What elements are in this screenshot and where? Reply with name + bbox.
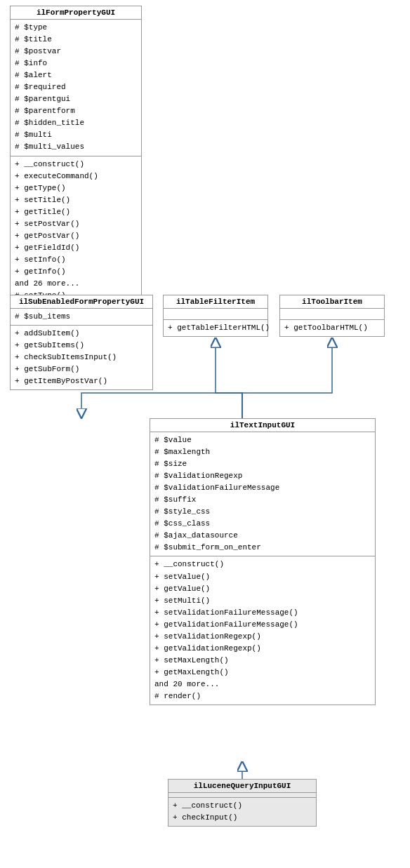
ilToolbarItem-fields — [280, 309, 384, 320]
ilLuceneQueryInputGUI-box: ilLuceneQueryInputGUI + __construct() + … — [168, 779, 317, 827]
ilToolbarItem-methods: + getToolbarHTML() — [280, 320, 384, 336]
ilTextInputGUI-box: ilTextInputGUI # $value # $maxlength # $… — [150, 418, 376, 705]
ilLuceneQueryInputGUI-title: ilLuceneQueryInputGUI — [168, 780, 316, 793]
ilLuceneQueryInputGUI-methods: + __construct() + checkInput() — [168, 798, 316, 826]
ilToolbarItem-title: ilToolbarItem — [280, 295, 384, 309]
ilSubEnabledFormPropertyGUI-fields: # $sub_items — [11, 309, 152, 326]
ilFormPropertyGUI-box: ilFormPropertyGUI # $type # $title # $po… — [10, 6, 142, 316]
ilFormPropertyGUI-title: ilFormPropertyGUI — [11, 6, 141, 20]
ilSubEnabledFormPropertyGUI-methods: + addSubItem() + getSubItems() + checkSu… — [11, 326, 152, 389]
diagram-container: ilFormPropertyGUI # $type # $title # $po… — [0, 0, 410, 868]
ilFormPropertyGUI-methods: + __construct() + executeCommand() + get… — [11, 156, 141, 316]
ilTableFilterItem-methods: + getTableFilterHTML() — [164, 320, 267, 336]
ilTextInputGUI-title: ilTextInputGUI — [150, 419, 375, 432]
ilTableFilterItem-title: ilTableFilterItem — [164, 295, 267, 309]
ilLuceneQueryInputGUI-fields — [168, 793, 316, 798]
ilSubEnabledFormPropertyGUI-title: ilSubEnabledFormPropertyGUI — [11, 295, 152, 309]
ilSubEnabledFormPropertyGUI-box: ilSubEnabledFormPropertyGUI # $sub_items… — [10, 295, 153, 390]
ilToolbarItem-box: ilToolbarItem + getToolbarHTML() — [279, 295, 385, 337]
ilTableFilterItem-box: ilTableFilterItem + getTableFilterHTML() — [163, 295, 268, 337]
ilFormPropertyGUI-fields: # $type # $title # $postvar # $info # $a… — [11, 20, 141, 156]
ilTextInputGUI-fields: # $value # $maxlength # $size # $validat… — [150, 432, 375, 556]
ilTextInputGUI-methods: + __construct() + setValue() + getValue(… — [150, 556, 375, 705]
ilTableFilterItem-fields — [164, 309, 267, 320]
